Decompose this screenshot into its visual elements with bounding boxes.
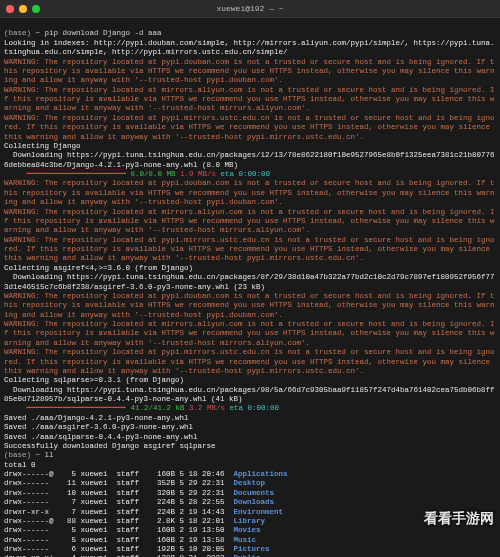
pip-warning-ustc-3: WARNING: The repository located at pypi.… bbox=[4, 348, 495, 375]
pip-saved-sqlparse: Saved ./aaa/sqlparse-0.4.4-py3-none-any.… bbox=[4, 433, 198, 441]
pip-collecting-django: Collecting Django bbox=[4, 142, 81, 150]
watermark: 看看手游网 bbox=[424, 510, 494, 528]
prompt-base: (base) bbox=[4, 29, 36, 37]
pip-looking-indexes: Looking in indexes: http://pypi.douban.c… bbox=[4, 39, 495, 56]
progress-bar-django: ━━━━━━━━━━━━━━━━━━━━━━ 8.0/8.0 MB 1.9 MB… bbox=[4, 170, 270, 178]
pip-warning-aliyun-3: WARNING: The repository located at mirro… bbox=[4, 320, 495, 347]
pip-warning-douban-3: WARNING: The repository located at pypi.… bbox=[4, 292, 495, 319]
pip-saved-asgiref: Saved ./aaa/asgiref-3.6.0-py3-none-any.w… bbox=[4, 423, 193, 431]
pip-warning-aliyun-2: WARNING: The repository located at mirro… bbox=[4, 208, 495, 235]
pip-warning-douban-1: WARNING: The repository located at pypi.… bbox=[4, 58, 495, 85]
prompt-base-2: (base) bbox=[4, 451, 36, 459]
progress-bar-sqlparse: ━━━━━━━━━━━━━━━━━━━━━━ 41.2/41.2 kB 3.2 … bbox=[4, 404, 279, 412]
pip-warning-ustc-2: WARNING: The repository located at pypi.… bbox=[4, 236, 495, 263]
pip-success: Successfully downloaded Django asgiref s… bbox=[4, 442, 216, 450]
command-pip-download: ~ pip download Django -d aaa bbox=[36, 29, 162, 37]
titlebar: xuewei@192 — ~ bbox=[0, 0, 500, 18]
command-ll: ~ ll bbox=[36, 451, 54, 459]
window-title: xuewei@192 — ~ bbox=[0, 4, 500, 14]
pip-warning-douban-2: WARNING: The repository located at pypi.… bbox=[4, 179, 495, 206]
pip-collecting-asgiref: Collecting asgiref<4,>=3.6.0 (from Djang… bbox=[4, 264, 193, 272]
pip-download-django-url: Downloading https://pypi.tuna.tsinghua.e… bbox=[4, 151, 495, 168]
terminal-output[interactable]: (base) ~ pip download Django -d aaa Look… bbox=[0, 18, 500, 557]
pip-warning-aliyun-1: WARNING: The repository located at mirro… bbox=[4, 86, 495, 113]
pip-download-sqlparse-url: Downloading https://pypi.tuna.tsinghua.e… bbox=[4, 386, 495, 403]
pip-collecting-sqlparse: Collecting sqlparse>=0.3.1 (from Django) bbox=[4, 376, 184, 384]
pip-saved-django: Saved ./aaa/Django-4.2.1-py3-none-any.wh… bbox=[4, 414, 189, 422]
pip-download-asgiref-url: Downloading https://pypi.tuna.tsinghua.e… bbox=[4, 273, 495, 290]
ll-total: total 0 bbox=[4, 461, 36, 469]
pip-warning-ustc-1: WARNING: The repository located at pypi.… bbox=[4, 114, 495, 141]
ll-listing: drwx------@ 5 xuewei staff 160B 5 18 20:… bbox=[4, 470, 496, 557]
